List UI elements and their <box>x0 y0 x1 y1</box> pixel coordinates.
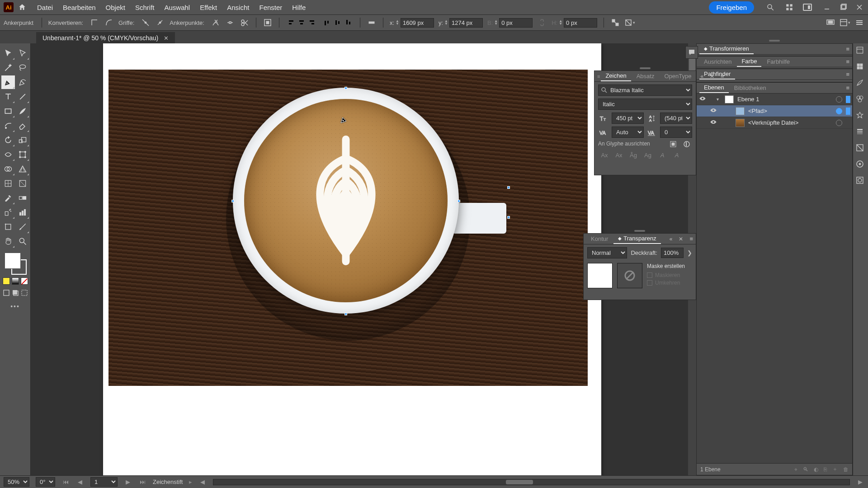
visibility-toggle-icon[interactable] <box>709 119 717 126</box>
graphic-styles-icon[interactable] <box>856 176 866 186</box>
font-style-select[interactable]: Italic <box>598 99 692 110</box>
char-panel-close-icon[interactable]: ✕ <box>707 73 717 80</box>
swatches-icon[interactable] <box>856 95 866 105</box>
tab-ausrichten[interactable]: Ausrichten <box>699 57 736 66</box>
object-thumbnail[interactable] <box>587 263 613 288</box>
tracking-select[interactable]: 0 <box>660 127 692 138</box>
anchor-remove-icon[interactable] <box>211 18 221 28</box>
symbols-icon[interactable] <box>856 111 866 121</box>
curvature-tool[interactable] <box>16 75 29 89</box>
convert-smooth-icon[interactable] <box>104 18 114 28</box>
blend-tool[interactable] <box>16 191 29 205</box>
glyph-snap-info-icon[interactable]: i <box>681 139 692 150</box>
visibility-toggle-icon[interactable] <box>709 108 717 114</box>
type-tool[interactable] <box>1 90 15 103</box>
symbol-sprayer-tool[interactable] <box>1 206 15 219</box>
align-bottom-icon[interactable] <box>344 18 354 28</box>
none-mode-icon[interactable] <box>21 277 28 285</box>
font-family-select[interactable]: Blazma Italic <box>598 84 692 96</box>
gpu-preview-icon[interactable] <box>826 18 835 28</box>
libraries-icon[interactable] <box>856 62 866 72</box>
slice-tool[interactable] <box>16 220 29 234</box>
color-panel-menu-icon[interactable]: ≡ <box>843 58 852 65</box>
workspace-switcher-icon[interactable] <box>803 4 812 11</box>
tab-opentype[interactable]: OpenType <box>660 71 696 81</box>
tab-transparenz[interactable]: ◆Transparenz <box>613 234 661 244</box>
properties-icon[interactable] <box>856 46 866 56</box>
canvas-hscrollbar[interactable] <box>213 479 850 485</box>
align-hcenter-icon[interactable] <box>297 18 307 28</box>
tab-ebenen[interactable]: Ebenen <box>699 83 729 93</box>
layer-name[interactable]: <Pfad> <box>746 108 834 114</box>
leading-select[interactable]: (540 pt) <box>660 113 692 124</box>
tab-farbe[interactable]: Farbe <box>737 56 761 67</box>
glyph-snap-options-icon[interactable] <box>668 139 679 150</box>
window-minimize-icon[interactable] <box>822 2 832 12</box>
rotate-select[interactable]: 0° <box>36 477 55 487</box>
handles-show-icon[interactable] <box>141 18 151 28</box>
transp-panel-collapse-icon[interactable]: « <box>667 236 675 242</box>
menu-bearbeiten[interactable]: Bearbeiten <box>58 2 100 13</box>
document-tab-close-icon[interactable]: ✕ <box>164 35 169 42</box>
align-right-icon[interactable] <box>307 18 317 28</box>
window-maximize-icon[interactable] <box>838 2 848 12</box>
draw-behind-icon[interactable] <box>12 289 19 296</box>
x-stepper[interactable]: ▲▼ <box>396 20 399 25</box>
align-left-icon[interactable] <box>286 18 296 28</box>
visibility-toggle-icon[interactable] <box>698 96 707 103</box>
layer-row[interactable]: <Verknüpfte Datei> <box>697 117 852 129</box>
pathfinder-panel-menu-icon[interactable]: ≡ <box>843 71 852 78</box>
transform-panel-toggle-icon[interactable]: ▾ <box>625 18 635 28</box>
snap-xheight-icon[interactable]: Ax <box>613 150 625 160</box>
brushes-icon[interactable] <box>856 79 866 89</box>
disclosure-icon[interactable]: ▾ <box>717 97 723 102</box>
tab-kontur[interactable]: Kontur <box>586 234 613 244</box>
menu-datei[interactable]: Datei <box>33 2 57 13</box>
artboard-last-icon[interactable]: ⏭ <box>138 479 146 485</box>
make-mask-button[interactable]: Maske erstellen <box>647 263 692 269</box>
layer-name[interactable]: Ebene 1 <box>736 96 834 103</box>
layer-name[interactable]: <Verknüpfte Datei> <box>746 119 834 126</box>
gradient-tool[interactable] <box>16 177 29 190</box>
layers-locate-icon[interactable]: ⌖ <box>794 466 797 473</box>
snap-cap-icon[interactable]: Âg <box>627 150 640 160</box>
gradient-icon[interactable] <box>856 144 866 154</box>
eyedropper-tool[interactable] <box>1 191 15 205</box>
artboard-next-icon[interactable]: ▶ <box>124 479 132 485</box>
target-icon[interactable] <box>836 120 842 126</box>
home-icon[interactable] <box>17 2 27 12</box>
tab-farbhilfe[interactable]: Farbhilfe <box>762 57 794 66</box>
handles-hide-icon[interactable] <box>155 18 165 28</box>
target-icon[interactable] <box>836 108 842 114</box>
tab-absatz[interactable]: Absatz <box>632 71 659 81</box>
properties-toggle-icon[interactable]: ▾ <box>840 18 850 28</box>
direct-selection-tool[interactable] <box>16 47 29 60</box>
appearance-icon[interactable] <box>856 160 866 170</box>
transp-panel-menu-icon[interactable]: ≡ <box>687 235 696 242</box>
mesh-tool[interactable] <box>1 177 15 190</box>
x-field[interactable]: x: ▲▼ <box>390 18 434 28</box>
artboard-prev-icon[interactable]: ◀ <box>76 479 84 485</box>
magic-wand-tool[interactable] <box>1 61 15 75</box>
fill-stroke-swatch[interactable] <box>4 252 27 275</box>
rectangle-tool[interactable] <box>1 104 15 118</box>
layers-newsub-icon[interactable]: ⎘ <box>824 466 827 473</box>
arrange-grid-icon[interactable] <box>784 2 795 13</box>
snap-right-icon[interactable]: A <box>670 150 683 160</box>
align-top-icon[interactable] <box>322 18 332 28</box>
zoom-select[interactable]: 50% <box>4 477 29 487</box>
layers-panel-menu-icon[interactable]: ≡ <box>843 84 852 91</box>
scale-tool[interactable] <box>16 133 29 147</box>
convert-corner-icon[interactable] <box>90 18 99 28</box>
paintbrush-tool[interactable] <box>16 104 29 118</box>
selection-tool[interactable] <box>1 47 15 60</box>
column-graph-tool[interactable] <box>16 206 29 219</box>
kerning-select[interactable]: Auto <box>612 127 644 138</box>
align-vcenter-icon[interactable] <box>333 18 343 28</box>
tab-bibliotheken[interactable]: Bibliotheken <box>730 83 771 93</box>
hscroll-left-icon[interactable]: ◀ <box>198 479 207 485</box>
font-size-select[interactable]: 450 pt <box>612 113 644 124</box>
tab-zeichen[interactable]: Zeichen <box>601 71 631 81</box>
tab-transformieren[interactable]: ◆Transformieren <box>699 44 754 54</box>
menu-fenster[interactable]: Fenster <box>255 2 287 13</box>
